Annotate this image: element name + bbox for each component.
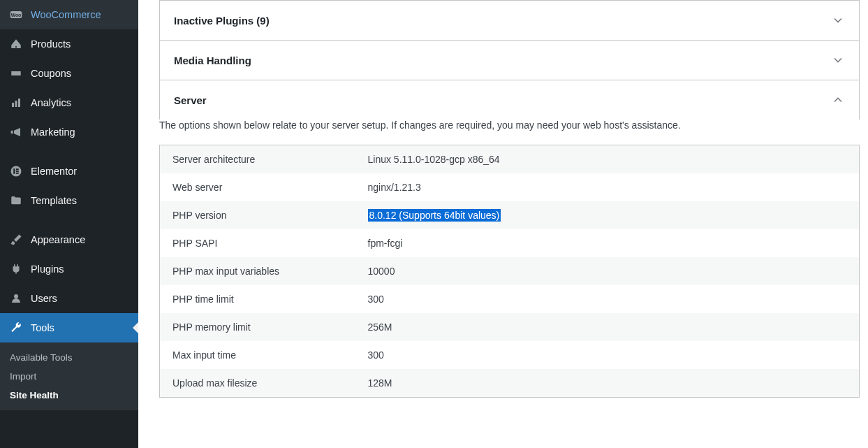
tools-submenu: Available Tools Import Site Health xyxy=(0,342,138,410)
sidebar-item-tools[interactable]: Tools xyxy=(0,313,138,342)
folder-icon xyxy=(8,193,24,208)
panel-title: Media Handling xyxy=(174,55,251,66)
svg-rect-9 xyxy=(16,173,19,174)
panel-toggle-inactive-plugins[interactable]: Inactive Plugins (9) xyxy=(160,1,859,40)
chevron-down-icon xyxy=(831,13,845,27)
brush-icon xyxy=(8,232,24,247)
server-description: The options shown below relate to your s… xyxy=(159,120,860,145)
wrench-icon xyxy=(8,320,24,335)
sidebar-item-analytics[interactable]: Analytics xyxy=(0,88,138,117)
svg-text:Woo: Woo xyxy=(11,13,21,17)
panel-server: Server xyxy=(159,80,860,120)
ticket-icon xyxy=(8,66,24,81)
row-value: 8.0.12 (Supports 64bit values) xyxy=(355,201,860,229)
svg-rect-4 xyxy=(18,99,20,107)
sidebar-item-plugins[interactable]: Plugins xyxy=(0,254,138,284)
row-label: Server architecture xyxy=(160,145,355,174)
submenu-site-health[interactable]: Site Health xyxy=(0,386,138,405)
menu-label: Marketing xyxy=(31,127,75,138)
svg-rect-8 xyxy=(16,171,19,172)
sidebar-item-coupons[interactable]: Coupons xyxy=(0,59,138,88)
row-value: nginx/1.21.3 xyxy=(355,173,860,201)
table-row: Web servernginx/1.21.3 xyxy=(160,173,860,201)
table-row: PHP memory limit256M xyxy=(160,313,860,341)
table-row: Server architectureLinux 5.11.0-1028-gcp… xyxy=(160,145,860,174)
table-row: Max input time300 xyxy=(160,341,860,369)
svg-point-10 xyxy=(14,294,18,298)
sidebar-item-products[interactable]: Products xyxy=(0,29,138,59)
row-label: Max input time xyxy=(160,341,355,369)
table-row: PHP version8.0.12 (Supports 64bit values… xyxy=(160,201,860,229)
row-label: Web server xyxy=(160,173,355,201)
menu-label: Plugins xyxy=(31,263,64,275)
chevron-down-icon xyxy=(831,53,845,67)
panel-toggle-server[interactable]: Server xyxy=(160,80,859,120)
menu-label: Appearance xyxy=(31,234,85,245)
menu-label: Elementor xyxy=(31,166,77,177)
svg-rect-7 xyxy=(16,168,19,170)
panel-toggle-media-handling[interactable]: Media Handling xyxy=(160,41,859,80)
megaphone-icon xyxy=(8,124,24,140)
panel-title: Server xyxy=(174,94,207,106)
row-value: 300 xyxy=(355,285,860,313)
menu-label: Templates xyxy=(31,195,77,206)
menu-label: Coupons xyxy=(31,68,71,79)
svg-rect-2 xyxy=(12,103,14,107)
highlighted-text: 8.0.12 (Supports 64bit values) xyxy=(368,209,501,222)
menu-label: Users xyxy=(31,293,57,304)
row-label: PHP version xyxy=(160,201,355,229)
panel-title: Inactive Plugins (9) xyxy=(174,15,270,27)
submenu-available-tools[interactable]: Available Tools xyxy=(0,348,138,367)
elementor-icon xyxy=(8,164,24,179)
user-icon xyxy=(8,291,24,306)
row-label: Upload max filesize xyxy=(160,369,355,398)
row-value: 300 xyxy=(355,341,860,369)
server-info-table: Server architectureLinux 5.11.0-1028-gcp… xyxy=(159,145,860,398)
sidebar-item-marketing[interactable]: Marketing xyxy=(0,117,138,147)
sidebar-item-templates[interactable]: Templates xyxy=(0,186,138,215)
woo-icon: Woo xyxy=(8,7,24,22)
chart-icon xyxy=(8,95,24,110)
sidebar-item-woocommerce[interactable]: Woo WooCommerce xyxy=(0,0,138,29)
sidebar-item-appearance[interactable]: Appearance xyxy=(0,225,138,254)
row-value: 256M xyxy=(355,313,860,341)
submenu-import[interactable]: Import xyxy=(0,367,138,386)
row-label: PHP memory limit xyxy=(160,313,355,341)
plug-icon xyxy=(8,261,24,277)
panel-inactive-plugins: Inactive Plugins (9) xyxy=(159,0,860,41)
row-value: Linux 5.11.0-1028-gcp x86_64 xyxy=(355,145,860,174)
row-label: PHP SAPI xyxy=(160,229,355,257)
svg-rect-6 xyxy=(13,168,15,174)
table-row: PHP SAPIfpm-fcgi xyxy=(160,229,860,257)
svg-rect-3 xyxy=(15,101,17,107)
tag-icon xyxy=(8,36,24,52)
menu-label: Analytics xyxy=(31,97,71,108)
admin-sidebar: Woo WooCommerce Products Coupons Analyti… xyxy=(0,0,138,448)
sidebar-item-users[interactable]: Users xyxy=(0,284,138,313)
server-panel-body: The options shown below relate to your s… xyxy=(159,120,860,412)
row-value: 128M xyxy=(355,369,860,398)
menu-label: Products xyxy=(31,38,71,50)
row-label: PHP max input variables xyxy=(160,257,355,285)
main-content: Inactive Plugins (9) Media Handling Serv… xyxy=(138,0,868,448)
row-label: PHP time limit xyxy=(160,285,355,313)
table-row: Upload max filesize128M xyxy=(160,369,860,398)
table-row: PHP time limit300 xyxy=(160,285,860,313)
sidebar-item-elementor[interactable]: Elementor xyxy=(0,157,138,186)
table-row: PHP max input variables10000 xyxy=(160,257,860,285)
menu-label: WooCommerce xyxy=(31,9,101,20)
row-value: 10000 xyxy=(355,257,860,285)
chevron-up-icon xyxy=(831,93,845,107)
menu-label: Tools xyxy=(31,322,54,333)
panel-media-handling: Media Handling xyxy=(159,41,860,80)
row-value: fpm-fcgi xyxy=(355,229,860,257)
